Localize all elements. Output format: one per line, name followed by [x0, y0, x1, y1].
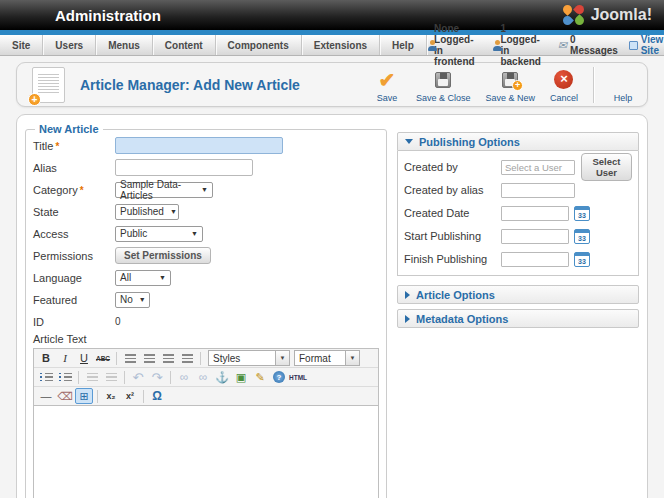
- superscript-button[interactable]: x²: [121, 388, 139, 404]
- alias-input[interactable]: [115, 159, 253, 176]
- toolbar-divider: [78, 371, 79, 384]
- calendar-icon[interactable]: 33: [574, 229, 590, 244]
- unlink-button[interactable]: ∞: [194, 369, 212, 385]
- state-select[interactable]: Published▼: [115, 204, 179, 220]
- start-publishing-row: Start Publishing 33: [404, 228, 632, 244]
- insert-link-button[interactable]: ∞: [175, 369, 193, 385]
- editor-help-button[interactable]: ?: [270, 369, 288, 385]
- indent-button[interactable]: [102, 369, 120, 385]
- created-date-input[interactable]: [501, 206, 569, 221]
- save-close-label: Save & Close: [416, 93, 471, 103]
- remove-format-button[interactable]: ⌫: [56, 388, 74, 404]
- article-options-title: Article Options: [416, 289, 495, 301]
- menu-item-help[interactable]: Help: [380, 35, 427, 55]
- caret-down-icon: ▼: [275, 351, 289, 365]
- start-publishing-input[interactable]: [501, 229, 569, 244]
- toolbar-divider: [124, 371, 125, 384]
- check-icon: ✔: [379, 70, 396, 90]
- italic-button[interactable]: I: [56, 350, 74, 366]
- messages-link[interactable]: ✉ 0 Messages: [558, 34, 618, 56]
- article-text-editor: B I U ABC Styles▼ Format▼: [33, 348, 379, 498]
- fieldset-legend: New Article: [35, 123, 103, 135]
- page-title: Article Manager: Add New Article: [80, 77, 373, 93]
- publishing-options-title: Publishing Options: [419, 136, 520, 148]
- insert-table-button[interactable]: ⊞: [75, 388, 93, 404]
- language-row: Language All▼: [33, 269, 379, 286]
- styles-dropdown[interactable]: Styles▼: [208, 350, 290, 366]
- redo-button[interactable]: ↷: [148, 369, 166, 385]
- save-new-button[interactable]: + Save & New: [485, 70, 535, 103]
- undo-button[interactable]: ↶: [129, 369, 147, 385]
- created-by-alias-input[interactable]: [501, 183, 575, 198]
- toolbar-divider: [170, 371, 171, 384]
- menu-bar: Site Users Menus Content Components Exte…: [0, 35, 664, 56]
- id-label: ID: [33, 316, 115, 328]
- save-close-button[interactable]: Save & Close: [416, 70, 471, 103]
- publishing-options-header[interactable]: Publishing Options: [397, 132, 639, 151]
- align-left-button[interactable]: [121, 350, 139, 366]
- toolbar-divider: [143, 390, 144, 403]
- editor-canvas[interactable]: [34, 406, 378, 498]
- menu-item-site[interactable]: Site: [0, 35, 43, 55]
- special-character-button[interactable]: Ω: [148, 388, 166, 404]
- menu-item-extensions[interactable]: Extensions: [302, 35, 380, 55]
- featured-select[interactable]: No▼: [115, 292, 150, 308]
- mail-icon: ✉: [558, 40, 567, 51]
- subscript-button[interactable]: x₂: [102, 388, 120, 404]
- select-user-button[interactable]: Select User: [581, 153, 632, 181]
- start-publishing-label: Start Publishing: [404, 230, 501, 242]
- menu-item-components[interactable]: Components: [216, 35, 302, 55]
- numbered-list-button[interactable]: [56, 369, 74, 385]
- menu-item-content[interactable]: Content: [153, 35, 216, 55]
- title-row: Title*: [33, 137, 379, 154]
- insert-image-button[interactable]: ▣: [232, 369, 250, 385]
- publishing-options-panel: Created by Select User Created by alias …: [397, 151, 639, 276]
- finish-publishing-input[interactable]: [501, 252, 569, 267]
- calendar-icon[interactable]: 33: [574, 252, 590, 267]
- menu-item-users[interactable]: Users: [43, 35, 96, 55]
- created-by-alias-label: Created by alias: [404, 184, 501, 196]
- access-select[interactable]: Public▼: [115, 226, 203, 242]
- view-site-link[interactable]: View Site: [629, 34, 664, 56]
- menu-item-menus[interactable]: Menus: [96, 35, 153, 55]
- chevron-right-icon: [405, 315, 410, 323]
- created-by-row: Created by Select User: [404, 159, 632, 175]
- state-row: State Published▼: [33, 203, 379, 220]
- language-select[interactable]: All▼: [115, 270, 171, 286]
- floppy-icon: [435, 72, 451, 88]
- frontend-status-label: None Logged-in frontend: [434, 23, 481, 67]
- align-center-button[interactable]: [140, 350, 158, 366]
- editor-toolbar-row1: B I U ABC Styles▼ Format▼: [34, 349, 378, 368]
- id-row: ID 0: [33, 313, 379, 330]
- outdent-button[interactable]: [83, 369, 101, 385]
- format-dropdown[interactable]: Format▼: [294, 350, 360, 366]
- set-permissions-button[interactable]: Set Permissions: [115, 247, 211, 264]
- anchor-button[interactable]: ⚓: [213, 369, 231, 385]
- app-title: Administration: [55, 7, 161, 24]
- permissions-row: Permissions Set Permissions: [33, 247, 379, 264]
- cancel-button[interactable]: × Cancel: [550, 70, 578, 103]
- access-label: Access: [33, 228, 115, 240]
- title-input[interactable]: [115, 137, 283, 154]
- help-button[interactable]: Help: [609, 70, 637, 103]
- align-justify-button[interactable]: [178, 350, 196, 366]
- featured-label: Featured: [33, 294, 115, 306]
- cleanup-button[interactable]: ✎: [251, 369, 269, 385]
- save-button[interactable]: ✔ Save: [373, 70, 401, 103]
- user-icon: [492, 40, 497, 51]
- category-select[interactable]: Sample Data-Articles▼: [115, 182, 213, 198]
- horizontal-rule-button[interactable]: —: [37, 388, 55, 404]
- bullet-list-button[interactable]: [37, 369, 55, 385]
- id-value: 0: [115, 316, 121, 327]
- bold-button[interactable]: B: [37, 350, 55, 366]
- language-label: Language: [33, 272, 115, 284]
- metadata-options-header[interactable]: Metadata Options: [397, 309, 639, 328]
- calendar-icon[interactable]: 33: [574, 206, 590, 221]
- article-options-header[interactable]: Article Options: [397, 285, 639, 304]
- strikethrough-button[interactable]: ABC: [94, 350, 112, 366]
- cancel-label: Cancel: [550, 93, 578, 103]
- align-right-button[interactable]: [159, 350, 177, 366]
- html-source-button[interactable]: HTML: [289, 369, 307, 385]
- created-by-input[interactable]: [501, 160, 575, 175]
- underline-button[interactable]: U: [75, 350, 93, 366]
